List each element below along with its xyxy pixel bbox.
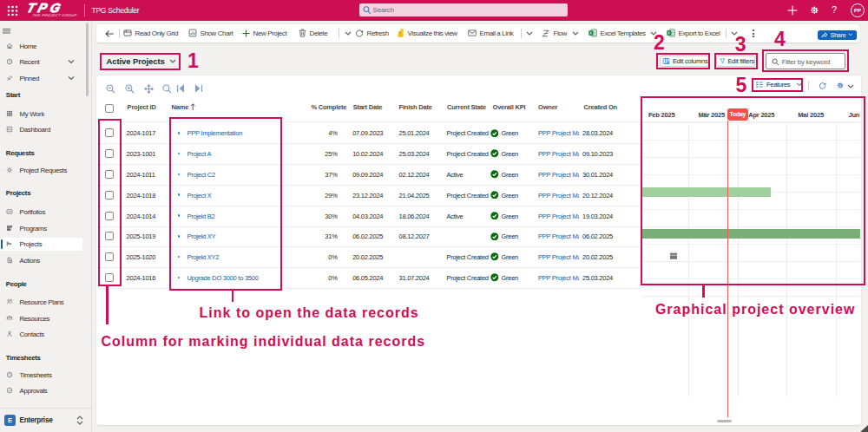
svg-text:THE PROJECT GROUP: THE PROJECT GROUP (32, 13, 78, 17)
